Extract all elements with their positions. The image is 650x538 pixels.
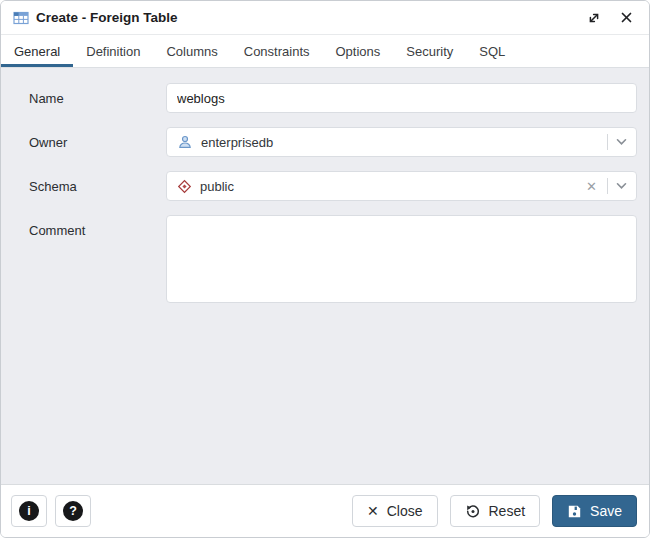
close-x-icon: ✕ xyxy=(367,504,379,518)
dialog-tabs: General Definition Columns Constraints O… xyxy=(1,35,649,68)
info-icon: i xyxy=(19,501,39,521)
chevron-down-icon[interactable] xyxy=(616,182,627,190)
close-button[interactable]: ✕ Close xyxy=(352,495,438,527)
schema-row: Schema public ✕ xyxy=(29,171,637,201)
select-divider xyxy=(607,134,608,150)
tab-security[interactable]: Security xyxy=(393,35,466,67)
footer-help-group: i ? xyxy=(11,495,340,527)
owner-selected-value: enterprisedb xyxy=(201,135,599,150)
save-button[interactable]: Save xyxy=(552,495,637,527)
tab-definition-label: Definition xyxy=(86,44,140,59)
close-button-label: Close xyxy=(387,503,423,519)
tab-definition[interactable]: Definition xyxy=(73,35,153,67)
dialog-help-button[interactable]: ? xyxy=(55,495,91,527)
comment-label: Comment xyxy=(29,215,166,307)
reset-button-label: Reset xyxy=(489,503,526,519)
comment-textarea[interactable] xyxy=(166,215,637,303)
tab-sql-label: SQL xyxy=(479,44,505,59)
clear-selection-icon[interactable]: ✕ xyxy=(584,180,599,193)
expand-dialog-icon[interactable] xyxy=(585,9,603,27)
schema-selected-value: public xyxy=(200,179,584,194)
dialog-title: Create - Foreign Table xyxy=(36,10,571,25)
tab-sql[interactable]: SQL xyxy=(466,35,518,67)
tab-constraints[interactable]: Constraints xyxy=(231,35,323,67)
reset-icon xyxy=(465,503,481,519)
name-input[interactable] xyxy=(166,83,637,113)
reset-button[interactable]: Reset xyxy=(450,495,541,527)
owner-label: Owner xyxy=(29,127,166,157)
owner-select[interactable]: enterprisedb xyxy=(166,127,637,157)
schema-select[interactable]: public ✕ xyxy=(166,171,637,201)
schema-label: Schema xyxy=(29,171,166,201)
question-icon: ? xyxy=(63,501,83,521)
tab-general-label: General xyxy=(14,44,60,59)
owner-row: Owner enterprisedb xyxy=(29,127,637,157)
name-row: Name xyxy=(29,83,637,113)
general-tab-panel: Name Owner enterprisedb xyxy=(1,68,649,484)
sql-help-button[interactable]: i xyxy=(11,495,47,527)
dialog-titlebar: Create - Foreign Table xyxy=(1,1,649,35)
comment-row: Comment xyxy=(29,215,637,307)
tab-options[interactable]: Options xyxy=(323,35,394,67)
name-label: Name xyxy=(29,83,166,113)
tab-general[interactable]: General xyxy=(1,35,73,67)
tab-constraints-label: Constraints xyxy=(244,44,310,59)
tab-options-label: Options xyxy=(336,44,381,59)
foreign-table-icon xyxy=(13,10,29,26)
chevron-down-icon[interactable] xyxy=(616,138,627,146)
select-divider xyxy=(607,178,608,194)
tab-columns-label: Columns xyxy=(166,44,217,59)
close-dialog-icon[interactable] xyxy=(617,9,635,27)
tab-security-label: Security xyxy=(406,44,453,59)
save-floppy-icon xyxy=(567,504,582,519)
tab-columns[interactable]: Columns xyxy=(153,35,230,67)
schema-diamond-icon xyxy=(177,179,192,194)
user-icon xyxy=(177,134,193,150)
create-foreign-table-dialog: Create - Foreign Table General Definitio… xyxy=(0,0,650,538)
dialog-footer: i ? ✕ Close Reset xyxy=(1,484,649,537)
save-button-label: Save xyxy=(590,503,622,519)
